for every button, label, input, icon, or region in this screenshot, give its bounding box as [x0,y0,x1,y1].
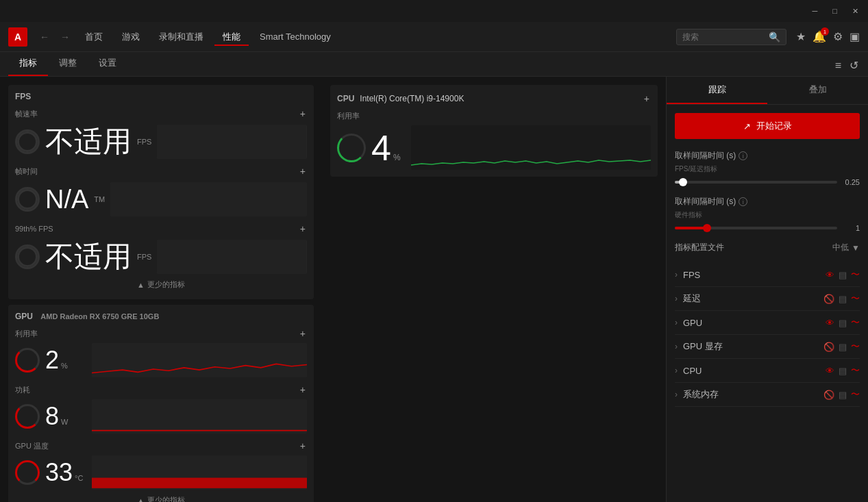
slider-thumb-1[interactable] [679,178,687,186]
gpu-bar-icon[interactable]: ▤ [839,318,847,328]
tab-metrics[interactable]: 指标 [8,51,48,76]
cpu-eye-icon[interactable]: 👁 [826,366,834,376]
gpu-power-label: 功耗 [15,385,53,395]
gpu-title: GPU AMD Radeon RX 6750 GRE 10GB [15,312,159,321]
gpu-temp-label: GPU 温度 [15,441,53,451]
metric-item-latency[interactable]: › 延迟 🚫 ▤ 〜 [675,287,860,311]
gpumem-bar-icon[interactable]: ▤ [839,342,847,352]
fps-chevron-icon: › [675,270,678,279]
nav-item-home[interactable]: 首页 [77,28,111,46]
config-row[interactable]: 指标配置文件 中低 ▼ [675,242,860,253]
slider-track-2[interactable] [675,227,837,229]
tab-overlay[interactable]: 叠加 [767,77,868,104]
titlebar: ─ □ ✕ [0,0,868,22]
framerate-unit: FPS [137,138,151,146]
gpu-power-unit: W [61,418,68,426]
start-record-button[interactable]: ↗ 开始记录 [675,113,860,139]
fps99-add-btn[interactable]: + [299,222,307,236]
svg-rect-1 [110,182,307,216]
cpu-util-add-btn[interactable]: + [643,92,651,105]
svg-rect-0 [157,125,307,159]
gpu-eye-icon[interactable]: 👁 [826,318,834,328]
cpu-metric-icons: 👁 ▤ 〜 [826,364,860,377]
latency-wave-icon[interactable]: 〜 [851,292,860,305]
amd-logo: A [8,27,27,47]
cpu-wave-icon[interactable]: 〜 [851,364,860,377]
fps99-row: 不适用 FPS [15,240,307,274]
gpu-power-value: 8 [45,404,59,429]
cpu-gauge [337,134,366,162]
metric-item-gpumem[interactable]: › GPU 显存 🚫 ▤ 〜 [675,335,860,359]
cpu-bar-icon[interactable]: ▤ [839,366,847,376]
gpumem-metric-name: GPU 显存 [683,340,823,353]
sysmem-bar-icon[interactable]: ▤ [839,390,847,400]
favorites-icon[interactable]: ★ [796,30,806,43]
gpumem-metric-icons: 🚫 ▤ 〜 [823,340,860,353]
slider-row-2: 1 [675,224,860,232]
frametime-chart [110,182,307,216]
gpumem-eye-icon[interactable]: 🚫 [823,342,834,352]
gpu-util-row: 2 % [15,343,307,377]
close-button[interactable]: ✕ [848,5,863,17]
notifications-icon[interactable]: 🔔 1 [813,30,826,43]
gpu-util-add-btn[interactable]: + [299,327,307,340]
latency-bar-icon[interactable]: ▤ [839,294,847,304]
gpu-util-gauge [15,348,40,373]
frametime-add-btn[interactable]: + [299,164,307,178]
frametime-gauge [15,187,40,212]
fps-more-btn[interactable]: ▲ 更少的指标 [15,277,307,292]
settings-icon[interactable]: ⚙ [833,30,843,43]
tab-adjust[interactable]: 调整 [48,51,88,76]
latency-metric-name: 延迟 [683,292,823,305]
nav-item-performance[interactable]: 性能 [214,28,249,46]
fps-wave-icon[interactable]: 〜 [851,268,860,281]
refresh-icon[interactable]: ↺ [848,58,860,73]
tab-settings[interactable]: 设置 [88,51,127,76]
list-view-icon[interactable]: ≡ [834,58,843,73]
gpu-more-btn[interactable]: ▲ 更少的指标 [15,492,307,502]
minimize-button[interactable]: ─ [808,5,822,16]
framerate-add-btn[interactable]: + [299,107,307,121]
fps-bar-icon[interactable]: ▤ [839,270,847,280]
tab-tracking[interactable]: 跟踪 [667,77,767,104]
frametime-label: 帧时间 [15,166,49,177]
gpu-temp-unit: °C [75,474,83,482]
metric-item-sysmem[interactable]: › 系统内存 🚫 ▤ 〜 [675,383,860,407]
search-box[interactable]: 🔍 [676,29,786,45]
slider-track-1[interactable] [675,181,837,184]
slider-value-1: 0.25 [843,178,860,186]
slider-row-1: 0.25 [675,178,860,186]
sysmem-eye-icon[interactable]: 🚫 [823,390,834,400]
metric-item-gpu[interactable]: › GPU 👁 ▤ 〜 [675,311,860,335]
left-panel: FPS 帧速率 + 不适用 FPS 帧时 [0,77,322,502]
latency-eye-icon[interactable]: 🚫 [823,294,834,304]
framerate-value: 不适用 [45,127,132,156]
info-icon-2[interactable]: i [739,197,747,206]
sample-label-text-1: 取样间隔时间 (s) [675,150,736,162]
gpu-wave-icon[interactable]: 〜 [851,316,860,329]
nav-item-games[interactable]: 游戏 [114,28,148,46]
sysmem-wave-icon[interactable]: 〜 [851,388,860,401]
search-input[interactable] [682,32,765,42]
gpumem-wave-icon[interactable]: 〜 [851,340,860,353]
right-panel: 跟踪 叠加 ↗ 开始记录 取样间隔时间 (s) i FPS/延迟指标 [666,77,868,502]
back-button[interactable]: ← [36,29,53,45]
metric-item-cpu[interactable]: › CPU 👁 ▤ 〜 [675,359,860,383]
nav-item-record[interactable]: 录制和直播 [151,28,212,46]
slider-thumb-2[interactable] [703,224,711,232]
config-label: 指标配置文件 [675,242,724,253]
cpu-section: CPU Intel(R) Core(TM) i9-14900K + 利用率 4 … [330,85,658,177]
config-chevron-icon: ▼ [852,243,860,253]
metric-item-fps[interactable]: › FPS 👁 ▤ 〜 [675,263,860,287]
maximize-button[interactable]: □ [828,5,841,16]
nav-item-smart[interactable]: Smart Technology [251,29,339,45]
info-icon-1[interactable]: i [739,151,747,160]
fps-eye-icon[interactable]: 👁 [826,270,834,280]
gpu-temp-add-btn[interactable]: + [299,439,307,453]
latency-metric-icons: 🚫 ▤ 〜 [823,292,860,305]
tabbar: 指标 调整 设置 ≡ ↺ [0,52,868,77]
forward-button[interactable]: → [56,29,74,45]
gpu-util-value: 2 [45,348,59,373]
display-icon[interactable]: ▣ [850,30,860,43]
gpu-power-add-btn[interactable]: + [299,383,307,397]
